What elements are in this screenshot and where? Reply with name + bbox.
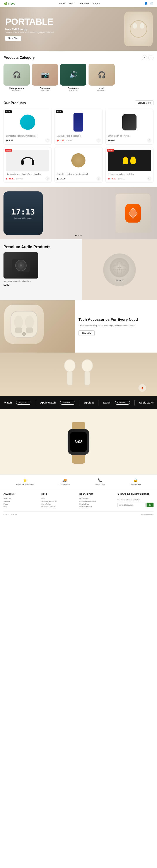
nav-home[interactable]: Home — [59, 2, 65, 5]
footer-resources-link-4[interactable]: Youtube Playlist — [79, 506, 115, 508]
footer-help-link-2[interactable]: Shipping & Returns — [42, 500, 77, 502]
category-cameras-count: 30+ items — [32, 90, 58, 92]
product-5-image — [57, 150, 100, 172]
navbar: 🌿 Treva Home Shop Categories Page 4 👤 🛒 — [0, 0, 157, 7]
airpod-case-svg — [9, 309, 39, 340]
product-1-name: Compact and powerful mini speaker — [6, 135, 49, 137]
newsletter-input-row: Go — [117, 503, 154, 507]
category-speakers[interactable]: 🔊 Speakers 40+ items — [60, 64, 86, 92]
nav-icons: 👤 🛒 — [144, 2, 154, 5]
product-card-4[interactable]: SALE High quality headphones for audioph… — [3, 147, 52, 183]
newsletter-email-input[interactable] — [117, 503, 146, 507]
hero-earbuds-image — [124, 11, 153, 46]
feature-privacy: 🔒 Privacy Policy — [130, 478, 141, 485]
product-4-price: $323.81 — [6, 177, 15, 180]
category-head2[interactable]: 🎧 Head... 50+ items — [88, 64, 115, 92]
product-card-1[interactable]: NEW Compact and powerful mini speaker $8… — [3, 109, 52, 145]
premium-title: Premium Audio Products — [3, 245, 78, 250]
round-gold-speaker-shape — [71, 153, 85, 167]
products-title: Our Products — [3, 101, 26, 105]
footer-company-link-1[interactable]: About Us — [3, 497, 39, 499]
watch-display: 6:08 — [70, 432, 87, 452]
product-2-price-row: $61.36 $98.00 — [57, 138, 100, 142]
sony-logo-text: SONY — [110, 279, 129, 282]
user-icon[interactable]: 👤 — [144, 2, 148, 5]
product-5-price: $214.00 — [57, 177, 66, 180]
category-headphones-count: 50+ items — [3, 90, 30, 92]
product-5-wishlist[interactable]: ♡ — [96, 176, 101, 181]
cart-icon[interactable]: 🛒 — [150, 2, 154, 5]
nav-shop[interactable]: Shop — [69, 2, 74, 5]
browse-more-button[interactable]: Browse More — [135, 100, 154, 105]
watch-buy-btn-1b[interactable]: Buy Now → — [115, 401, 130, 405]
features-bar: ⭐ 100% Payment Secure 🚚 Free Shipping 📞 … — [0, 474, 157, 489]
product-3-price: $99.00 — [108, 139, 115, 142]
dot-2 — [78, 235, 79, 236]
tech-buy-button[interactable]: Buy Now — [78, 330, 95, 336]
nav-page4[interactable]: Page 4 — [93, 2, 101, 5]
next-arrow-button[interactable]: › — [148, 55, 154, 60]
apple-watch-section: 6:08 — [0, 409, 157, 474]
products-grid: NEW Compact and powerful mini speaker $8… — [3, 109, 154, 183]
premium-left: Premium Audio Products Smartwatch with v… — [0, 239, 82, 300]
product-card-3[interactable]: Stylish watch for everyone $99.00 ♡ — [105, 109, 154, 145]
footer-resources-link-2[interactable]: Development Tutorial — [79, 500, 115, 502]
hero-shop-button[interactable]: Shop Now — [5, 36, 21, 41]
category-cameras-img: 📷 — [32, 64, 58, 86]
hero-description: See the latest arrivals from the FW22 ga… — [5, 31, 54, 34]
svg-point-7 — [14, 315, 23, 329]
earbuds-case — [130, 20, 147, 38]
watch-scroll-track: watch Buy Now → Apple watch Buy Now → Ap… — [0, 400, 157, 405]
headphones-svg — [20, 153, 35, 167]
category-speakers-name: Speakers — [60, 87, 86, 90]
dot-1 — [75, 235, 77, 236]
product-card-5[interactable]: Powerful speaker, immersive sound $214.0… — [54, 147, 103, 183]
newsletter-submit-button[interactable]: Go — [147, 503, 154, 507]
footer-help-link-3[interactable]: Store Policy — [42, 503, 77, 505]
footer-help-link-4[interactable]: Payment Methods — [42, 506, 77, 508]
feature-support-text: Support 24/7 — [95, 483, 105, 485]
airpods-logo-badge: 🍎 — [138, 384, 146, 392]
svg-point-12 — [64, 360, 75, 372]
feature-payment: ⭐ 100% Payment Secure — [16, 478, 34, 485]
product-3-name: Stylish watch for everyone — [108, 135, 151, 137]
categories-title: Products Category — [3, 56, 35, 60]
footer-help-col: HELP FAQ Shipping & Returns Store Policy… — [42, 493, 77, 509]
product-1-price: $89.05 — [6, 139, 13, 142]
footer-company-link-3[interactable]: Press — [3, 503, 39, 505]
feature-shipping-text: Free Shipping — [59, 483, 70, 485]
product-card-2[interactable]: NEW Massive sound, big speaker $61.36 $9… — [54, 109, 103, 145]
category-speakers-img: 🔊 — [60, 64, 86, 86]
product-5-price-row: $214.00 — [57, 176, 100, 180]
footer-newsletter-title: SUBSCRIBE TO NEWSLETTER — [117, 493, 154, 496]
category-headphones[interactable]: 🎧 Headphones 50+ items — [3, 64, 30, 92]
feature-payment-text: 100% Payment Secure — [16, 483, 34, 485]
product-2-wishlist[interactable]: ♡ — [96, 138, 101, 143]
airpod-case-visual — [4, 305, 44, 344]
footer-company-link-4[interactable]: Blog — [3, 506, 39, 508]
nav-categories[interactable]: Categories — [78, 2, 89, 5]
footer-resources-link-3[interactable]: How to Blog — [79, 503, 115, 505]
product-2-badge: NEW — [56, 111, 62, 113]
footer-resources-link-1[interactable]: Free eBooks — [79, 497, 115, 499]
footer-company-link-2[interactable]: Careers — [3, 500, 39, 502]
watch-buy-btn-1[interactable]: Buy Now → — [16, 401, 31, 405]
mini-speaker-shape — [20, 115, 35, 130]
product-4-image — [6, 150, 49, 172]
tech-left-visual — [0, 300, 75, 352]
category-cameras[interactable]: 📷 Cameras 30+ items — [32, 64, 58, 92]
product-6-image — [108, 150, 151, 172]
product-card-6[interactable]: SALE Wireless earbuds, crystal clear $33… — [105, 147, 154, 183]
footer-help-link-1[interactable]: FAQ — [42, 497, 77, 499]
footer-company-title: COMPANY — [3, 493, 39, 496]
premium-product-svg — [10, 257, 32, 274]
watch-buy-btn-2[interactable]: Buy Now → — [60, 401, 75, 405]
product-3-wishlist[interactable]: ♡ — [147, 138, 152, 143]
product-1-wishlist[interactable]: ♡ — [45, 138, 50, 143]
watch-strap-bottom — [72, 455, 85, 464]
prev-arrow-button[interactable]: ‹ — [142, 55, 147, 60]
tech-title: Tech Accessories For Every Need — [78, 317, 154, 322]
logo[interactable]: 🌿 Treva — [3, 2, 15, 5]
cameras-icon: 📷 — [32, 64, 58, 86]
category-headphones-name: Headphones — [3, 87, 30, 90]
